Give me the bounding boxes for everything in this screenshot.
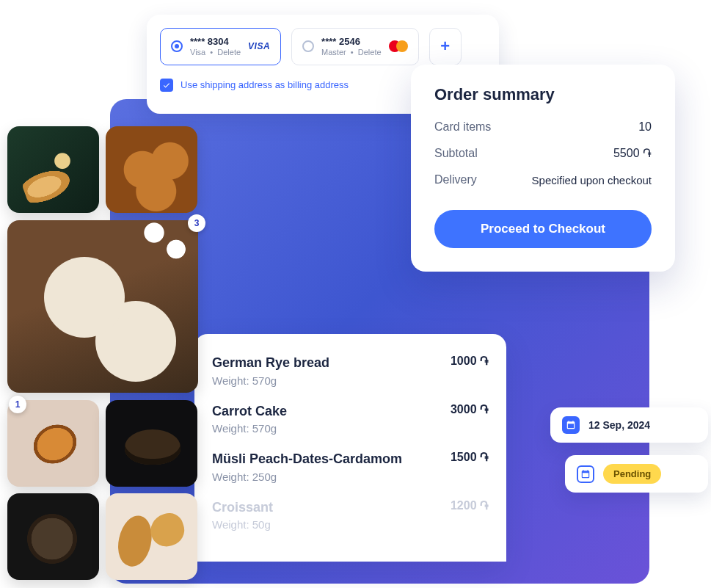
payment-card-number: **** 8304 <box>190 36 241 48</box>
product-row: Carrot Cake Weight: 570g 3000 ֏ <box>212 403 489 435</box>
check-icon <box>162 81 171 90</box>
payment-card-number: **** 2546 <box>321 36 382 48</box>
photo-count-badge: 1 <box>9 396 26 413</box>
product-photo[interactable] <box>7 220 198 393</box>
product-photo[interactable] <box>7 493 99 580</box>
product-weight: Weight: 570g <box>212 422 287 435</box>
product-photo[interactable] <box>7 126 99 213</box>
product-weight: Weight: 50g <box>212 518 273 531</box>
status-card: Pending <box>565 455 708 493</box>
date-text: 12 Sep, 2024 <box>588 419 650 431</box>
add-payment-method-button[interactable]: + <box>429 28 462 65</box>
payment-card-visa[interactable]: **** 8304 Visa • Delete VISA <box>160 28 281 65</box>
status-badge: Pending <box>603 464 661 484</box>
order-row-value: Specified upon checkout <box>532 174 652 186</box>
calendar-icon <box>577 465 594 483</box>
product-photo[interactable] <box>106 400 197 487</box>
order-row-value: 10 <box>638 120 652 134</box>
product-price: 1200 ֏ <box>451 499 489 512</box>
delete-card-link[interactable]: Delete <box>358 48 382 57</box>
order-row-label: Subtotal <box>434 147 478 160</box>
order-row-delivery: Delivery Specified upon checkout <box>434 173 652 186</box>
delete-card-link[interactable]: Delete <box>217 48 241 57</box>
proceed-to-checkout-button[interactable]: Proceed to Checkout <box>434 210 652 248</box>
order-summary-panel: Order summary Card items 10 Subtotal 550… <box>411 65 675 272</box>
product-weight: Weight: 570g <box>212 374 329 387</box>
visa-logo-icon: VISA <box>248 41 270 51</box>
mastercard-logo-icon <box>389 40 408 52</box>
product-name: Carrot Cake <box>212 403 287 420</box>
product-name: German Rye bread <box>212 355 329 371</box>
order-row-subtotal: Subtotal 5500 ֏ <box>434 147 652 160</box>
product-photo[interactable] <box>106 126 197 213</box>
order-row-value: 5500 ֏ <box>613 147 652 160</box>
product-price: 1000 ֏ <box>451 355 489 368</box>
product-row: German Rye bread Weight: 570g 1000 ֏ <box>212 355 489 387</box>
product-photo[interactable] <box>7 400 99 487</box>
radio-unselected-icon <box>302 40 314 52</box>
plus-icon: + <box>440 37 450 56</box>
shipping-as-billing-checkbox[interactable] <box>160 79 173 92</box>
product-name: Müsli Peach-Dates-Cardamom <box>212 451 402 468</box>
calendar-icon <box>562 416 580 434</box>
order-row-label: Card items <box>434 120 491 134</box>
radio-selected-icon <box>171 40 183 52</box>
product-price: 1500 ֏ <box>451 451 489 464</box>
product-row: Croissant Weight: 50g 1200 ֏ <box>212 499 489 531</box>
product-name: Croissant <box>212 499 273 516</box>
products-panel: German Rye bread Weight: 570g 1000 ֏ Car… <box>194 334 506 562</box>
photo-count-badge: 3 <box>188 214 205 232</box>
product-price: 3000 ֏ <box>451 403 489 416</box>
payment-card-mastercard[interactable]: **** 2546 Master • Delete <box>291 28 419 65</box>
order-row-items: Card items 10 <box>434 120 652 134</box>
shipping-as-billing-label: Use shipping address as billing address <box>181 79 349 90</box>
product-weight: Weight: 250g <box>212 471 402 483</box>
order-summary-title: Order summary <box>434 85 652 104</box>
product-row: Müsli Peach-Dates-Cardamom Weight: 250g … <box>212 451 489 483</box>
date-card: 12 Sep, 2024 <box>550 407 708 443</box>
payment-card-subtext: Master • Delete <box>321 48 382 57</box>
payment-card-subtext: Visa • Delete <box>190 48 241 57</box>
order-row-label: Delivery <box>434 173 477 186</box>
product-photo[interactable] <box>106 493 197 580</box>
